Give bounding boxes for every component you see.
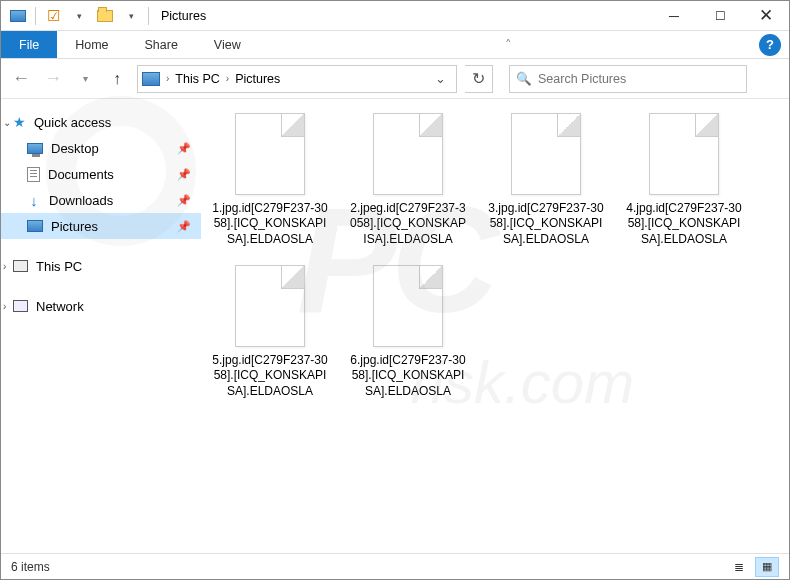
content-pane[interactable]: 1.jpg.id[C279F237-3058].[ICQ_KONSKAPISA]… (201, 99, 789, 553)
file-name: 3.jpg.id[C279F237-3058].[ICQ_KONSKAPISA]… (487, 201, 605, 247)
ribbon-tabs: File Home Share View ˄ ? (1, 31, 789, 59)
chevron-right-icon: › (226, 73, 229, 84)
close-button[interactable]: ✕ (743, 1, 789, 31)
explorer-window: ☑ ▾ ▾ Pictures ─ ☐ ✕ File Home Share Vie… (0, 0, 790, 580)
status-bar: 6 items ≣ ▦ (1, 553, 789, 579)
file-grid: 1.jpg.id[C279F237-3058].[ICQ_KONSKAPISA]… (211, 113, 779, 399)
forward-button[interactable]: → (41, 67, 65, 91)
blank-file-icon (235, 113, 305, 195)
tab-share[interactable]: Share (127, 31, 196, 58)
breadcrumb-dropdown[interactable]: ⌄ (429, 71, 452, 86)
network-icon (13, 300, 28, 312)
file-name: 6.jpg.id[C279F237-3058].[ICQ_KONSKAPISA]… (349, 353, 467, 399)
blank-file-icon (649, 113, 719, 195)
documents-icon (27, 167, 40, 182)
qat-separator-2 (148, 7, 149, 25)
maximize-button[interactable]: ☐ (697, 1, 743, 31)
window-title: Pictures (161, 9, 206, 23)
properties-qat-button[interactable]: ☑ (42, 5, 64, 27)
details-view-button[interactable]: ≣ (727, 557, 751, 577)
file-item[interactable]: 3.jpg.id[C279F237-3058].[ICQ_KONSKAPISA]… (487, 113, 605, 247)
sidebar-item-label: Documents (48, 167, 114, 182)
quick-access-header[interactable]: ⌄ ★ Quick access (1, 109, 201, 135)
this-pc-label: This PC (36, 259, 82, 274)
network-header[interactable]: › Network (1, 293, 201, 319)
desktop-icon (27, 143, 43, 154)
sidebar-item-desktop[interactable]: Desktop 📌 (1, 135, 201, 161)
qat-dropdown[interactable]: ▾ (68, 5, 90, 27)
pin-icon: 📌 (177, 220, 191, 233)
explorer-body: ⌄ ★ Quick access Desktop 📌 Documents 📌 ↓… (1, 99, 789, 553)
search-icon: 🔍 (516, 71, 532, 86)
file-name: 1.jpg.id[C279F237-3058].[ICQ_KONSKAPISA]… (211, 201, 329, 247)
downloads-icon: ↓ (27, 193, 41, 207)
pictures-icon (27, 220, 43, 232)
pc-icon (13, 260, 28, 272)
minimize-button[interactable]: ─ (651, 1, 697, 31)
help-icon[interactable]: ? (759, 34, 781, 56)
back-button[interactable]: ← (9, 67, 33, 91)
blank-file-icon (235, 265, 305, 347)
chevron-right-icon: › (3, 301, 6, 312)
pin-icon: 📌 (177, 142, 191, 155)
address-bar-row: ← → ▾ ↑ › This PC › Pictures ⌄ ↻ 🔍 (1, 59, 789, 99)
tab-home[interactable]: Home (57, 31, 126, 58)
qat-separator (35, 7, 36, 25)
recent-dropdown[interactable]: ▾ (73, 67, 97, 91)
view-mode-buttons: ≣ ▦ (727, 557, 779, 577)
blank-file-icon (373, 265, 443, 347)
file-name: 2.jpeg.id[C279F237-3058].[ICQ_KONSKAPISA… (349, 201, 467, 247)
file-item[interactable]: 4.jpg.id[C279F237-3058].[ICQ_KONSKAPISA]… (625, 113, 743, 247)
file-item[interactable]: 5.jpg.id[C279F237-3058].[ICQ_KONSKAPISA]… (211, 265, 329, 399)
breadcrumb-item-pictures[interactable]: Pictures (235, 72, 280, 86)
this-pc-header[interactable]: › This PC (1, 253, 201, 279)
up-button[interactable]: ↑ (105, 67, 129, 91)
quick-access-toolbar: ☑ ▾ ▾ (1, 5, 151, 27)
chevron-right-icon: › (3, 261, 6, 272)
ribbon-minimize[interactable]: ˄ (497, 31, 520, 58)
navigation-pane[interactable]: ⌄ ★ Quick access Desktop 📌 Documents 📌 ↓… (1, 99, 201, 553)
pin-icon: 📌 (177, 168, 191, 181)
file-item[interactable]: 2.jpeg.id[C279F237-3058].[ICQ_KONSKAPISA… (349, 113, 467, 247)
refresh-button[interactable]: ↻ (465, 65, 493, 93)
network-label: Network (36, 299, 84, 314)
item-count: 6 items (11, 560, 50, 574)
sidebar-item-pictures[interactable]: Pictures 📌 (1, 213, 201, 239)
quick-access-label: Quick access (34, 115, 111, 130)
window-controls: ─ ☐ ✕ (651, 1, 789, 31)
file-name: 5.jpg.id[C279F237-3058].[ICQ_KONSKAPISA]… (211, 353, 329, 399)
file-tab[interactable]: File (1, 31, 57, 58)
explorer-icon (7, 5, 29, 27)
tab-view[interactable]: View (196, 31, 259, 58)
sidebar-item-label: Desktop (51, 141, 99, 156)
file-name: 4.jpg.id[C279F237-3058].[ICQ_KONSKAPISA]… (625, 201, 743, 247)
sidebar-item-label: Pictures (51, 219, 98, 234)
icons-view-button[interactable]: ▦ (755, 557, 779, 577)
breadcrumb[interactable]: › This PC › Pictures ⌄ (137, 65, 457, 93)
folder-qat-icon (94, 5, 116, 27)
file-item[interactable]: 1.jpg.id[C279F237-3058].[ICQ_KONSKAPISA]… (211, 113, 329, 247)
sidebar-item-downloads[interactable]: ↓ Downloads 📌 (1, 187, 201, 213)
blank-file-icon (511, 113, 581, 195)
blank-file-icon (373, 113, 443, 195)
title-bar: ☑ ▾ ▾ Pictures ─ ☐ ✕ (1, 1, 789, 31)
pin-icon: 📌 (177, 194, 191, 207)
sidebar-item-label: Downloads (49, 193, 113, 208)
chevron-right-icon: › (166, 73, 169, 84)
breadcrumb-item-thispc[interactable]: This PC (175, 72, 219, 86)
search-box[interactable]: 🔍 (509, 65, 747, 93)
qat-customize-dropdown[interactable]: ▾ (120, 5, 142, 27)
chevron-down-icon: ⌄ (3, 117, 11, 128)
pictures-library-icon (142, 72, 160, 86)
search-input[interactable] (538, 72, 740, 86)
sidebar-item-documents[interactable]: Documents 📌 (1, 161, 201, 187)
file-item[interactable]: 6.jpg.id[C279F237-3058].[ICQ_KONSKAPISA]… (349, 265, 467, 399)
star-icon: ★ (13, 114, 26, 130)
